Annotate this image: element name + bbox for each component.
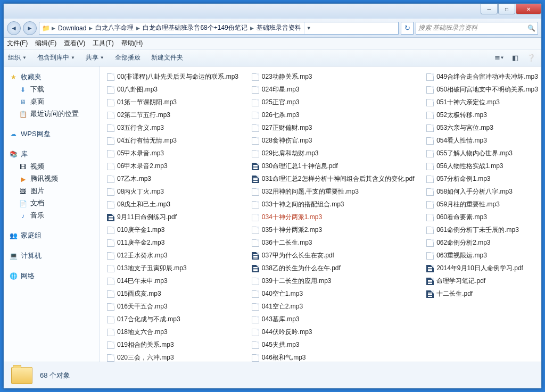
menu-view[interactable]: 查看(V) <box>64 39 85 48</box>
view-mode-button[interactable]: ≣ ▼ <box>493 53 505 63</box>
file-item[interactable]: 055了解人物内心世界.mp3 <box>425 148 535 159</box>
file-list-pane[interactable]: 00(非课程)八卦先天后天与命运的联系.mp300八卦图.mp301第一节课阴阳… <box>100 66 541 362</box>
minimize-button[interactable]: ─ <box>481 4 498 14</box>
menu-help[interactable]: 帮助(H) <box>121 39 143 48</box>
file-item[interactable]: 063重视限运.mp3 <box>425 251 535 261</box>
file-item[interactable]: 028食神伤官.mp3 <box>251 136 409 146</box>
play-all-button[interactable]: 全部播放 <box>115 53 141 62</box>
menu-tools[interactable]: 工具(T) <box>93 39 113 48</box>
sidebar-item-videos[interactable]: 🎞视频 <box>6 161 97 173</box>
sidebar-libraries[interactable]: 📚库 <box>6 148 97 161</box>
file-item[interactable]: 011庚辛金2.mp3 <box>106 238 235 248</box>
file-item[interactable]: 054看人性情.mp3 <box>425 136 535 146</box>
file-item[interactable]: 046根和气.mp3 <box>251 353 409 362</box>
file-item[interactable]: 012壬水癸水.mp3 <box>106 251 235 261</box>
file-item[interactable]: 039十二长生的应用.mp3 <box>251 276 409 286</box>
breadcrumb[interactable]: 白龙八字命理 <box>94 23 135 32</box>
sidebar-homegroup[interactable]: 👥家庭组 <box>6 229 97 242</box>
file-item[interactable]: 037甲为什么长生在亥.pdf <box>251 251 409 261</box>
sidebar-item-music[interactable]: ♪音乐 <box>6 210 97 222</box>
file-item[interactable]: 03五行含义.mp3 <box>106 123 235 133</box>
sidebar-wps[interactable]: ☁WPS网盘 <box>6 128 97 140</box>
file-item[interactable]: 057分析命例1.mp3 <box>425 174 535 184</box>
file-item[interactable]: 043墓库.mp3 <box>251 314 409 324</box>
file-item[interactable]: 038乙的长生为什么在午.pdf <box>251 263 409 273</box>
address-bar[interactable]: 📁 ▶ Download ▶ 白龙八字命理 ▶ 白龙命理基础班录音68个+149… <box>39 22 399 35</box>
file-item[interactable]: 053六亲与宫位.mp3 <box>425 123 535 133</box>
refresh-button[interactable]: ↻ <box>401 22 414 35</box>
file-item[interactable]: 051十神六亲定位.mp3 <box>425 97 535 107</box>
file-item[interactable]: 2014年9月10日人命例学习.pdf <box>425 263 535 273</box>
file-item[interactable]: 034十神分两派1.mp3 <box>251 212 409 222</box>
file-item[interactable]: 062命例分析2.mp3 <box>425 238 535 248</box>
file-item[interactable]: 059月柱的重要性.mp3 <box>425 199 535 210</box>
file-item[interactable]: 00八卦图.mp3 <box>106 85 235 95</box>
sidebar-item-pictures[interactable]: 🖼图片 <box>6 185 97 197</box>
file-item[interactable]: 052太极转移.mp3 <box>425 110 535 120</box>
organize-button[interactable]: 组织▼ <box>8 53 27 62</box>
file-item[interactable]: 036十二长生.mp3 <box>251 238 409 248</box>
sidebar-favorites[interactable]: ★收藏夹 <box>6 71 97 84</box>
file-item[interactable]: 032用神的问题,干支的重要性.mp3 <box>251 187 409 197</box>
sidebar-item-desktop[interactable]: 🖥桌面 <box>6 96 97 108</box>
file-item[interactable]: 07乙木.mp3 <box>106 174 235 184</box>
file-item[interactable]: 058如何入手分析八字.mp3 <box>425 187 535 197</box>
menu-file[interactable]: 文件(F) <box>7 39 28 48</box>
file-item[interactable]: 056人物性格实战1.mp3 <box>425 161 535 171</box>
file-item[interactable]: 025正官.mp3 <box>251 97 409 107</box>
file-item[interactable]: 031命理汇总2怎样分析十神间组合后其含义的变化.pdf <box>251 174 409 184</box>
file-item[interactable]: 020三会，六冲.mp3 <box>106 353 235 362</box>
file-item[interactable]: 09戊土和己土.mp3 <box>106 199 235 210</box>
include-in-library-button[interactable]: 包含到库中▼ <box>37 53 75 62</box>
search-input[interactable]: 搜索 基础班录音资料 🔍 <box>416 22 538 35</box>
sidebar-item-downloads[interactable]: ⬇下载 <box>6 84 97 96</box>
file-item[interactable]: 026七杀.mp3 <box>251 110 409 120</box>
file-item[interactable]: 044伏吟反吟.mp3 <box>251 327 409 337</box>
file-item[interactable]: 命理学习笔记.pdf <box>425 276 535 286</box>
file-item[interactable]: 040空亡1.mp3 <box>251 289 409 299</box>
file-item[interactable]: 050相破同宫地支中不明确关系.mp3 <box>425 85 535 95</box>
file-item[interactable]: 023动静关系.mp3 <box>251 72 409 82</box>
help-button[interactable]: ❔ <box>525 53 537 63</box>
file-item[interactable]: 十二长生.pdf <box>425 289 535 299</box>
file-item[interactable]: 035十神分两派2.mp3 <box>251 225 409 235</box>
file-item[interactable]: 05甲木录音.mp3 <box>106 148 235 159</box>
file-item[interactable]: 030命理汇总1十神信息.pdf <box>251 161 409 171</box>
close-button[interactable]: ✕ <box>516 4 541 14</box>
file-item[interactable]: 06甲木录音2.mp3 <box>106 161 235 171</box>
file-item[interactable]: 019相合的关系.mp3 <box>106 340 235 350</box>
file-item[interactable]: 060看命要素.mp3 <box>425 212 535 222</box>
file-item[interactable]: 016天干五合.mp3 <box>106 302 235 312</box>
file-item[interactable]: 049合绊合走合留冲动冲去冲坏.mp3 <box>425 72 535 82</box>
forward-button[interactable]: ► <box>23 21 37 35</box>
file-item[interactable]: 014巳午未申.mp3 <box>106 276 235 286</box>
file-item[interactable]: 029比肩和劫财.mp3 <box>251 148 409 159</box>
breadcrumb[interactable]: Download <box>57 24 87 32</box>
sidebar-item-documents[interactable]: 📄文档 <box>6 197 97 210</box>
file-item[interactable]: 00(非课程)八卦先天后天与命运的联系.mp3 <box>106 72 235 82</box>
file-item[interactable]: 04五行有情无情.mp3 <box>106 136 235 146</box>
file-item[interactable]: 01第一节课阴阳.mp3 <box>106 97 235 107</box>
file-item[interactable]: 018地支六合.mp3 <box>106 327 235 337</box>
new-folder-button[interactable]: 新建文件夹 <box>151 53 183 62</box>
file-item[interactable]: 061命例分析丁未壬辰的.mp3 <box>425 225 535 235</box>
sidebar-computer[interactable]: 💻计算机 <box>6 249 97 262</box>
address-dropdown[interactable]: ▼ <box>304 22 313 34</box>
file-item[interactable]: 013地支子丑寅卯辰.mp3 <box>106 263 235 273</box>
maximize-button[interactable]: □ <box>498 4 515 14</box>
file-item[interactable]: 045夹拱.mp3 <box>251 340 409 350</box>
file-item[interactable]: 015酉戌亥.mp3 <box>106 289 235 299</box>
file-item[interactable]: 027正财偏财.mp3 <box>251 123 409 133</box>
file-item[interactable]: 010庚辛金1.mp3 <box>106 225 235 235</box>
sidebar-item-tencent-video[interactable]: ▶腾讯视频 <box>6 173 97 185</box>
file-item[interactable]: 033十神之间的搭配组合.mp3 <box>251 199 409 210</box>
file-item[interactable]: 024印星.mp3 <box>251 85 409 95</box>
file-item[interactable]: 041空亡2.mp3 <box>251 302 409 312</box>
file-item[interactable]: 9月11日命例练习.pdf <box>106 212 235 222</box>
back-button[interactable]: ◄ <box>7 21 21 35</box>
sidebar-item-recent[interactable]: 📋最近访问的位置 <box>6 108 97 120</box>
sidebar-network[interactable]: 🌐网络 <box>6 270 97 282</box>
breadcrumb[interactable]: 基础班录音资料 <box>255 23 302 32</box>
file-item[interactable]: 02第二节五行.mp3 <box>106 110 235 120</box>
menu-edit[interactable]: 编辑(E) <box>35 39 56 48</box>
